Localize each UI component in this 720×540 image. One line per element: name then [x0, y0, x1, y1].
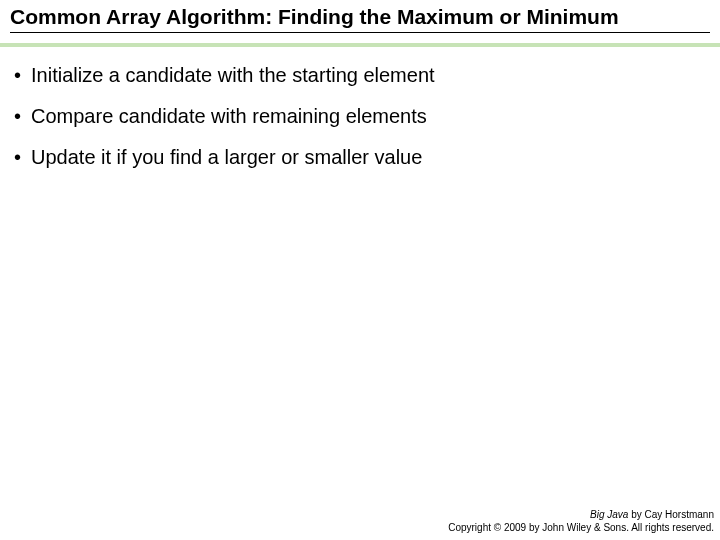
title-underline-wrap	[0, 32, 720, 33]
list-item: • Initialize a candidate with the starti…	[14, 63, 706, 88]
list-item: • Compare candidate with remaining eleme…	[14, 104, 706, 129]
bullet-icon: •	[14, 145, 21, 169]
slide: Common Array Algorithm: Finding the Maxi…	[0, 0, 720, 540]
content-area: • Initialize a candidate with the starti…	[0, 47, 720, 170]
bullet-text: Compare candidate with remaining element…	[31, 104, 427, 129]
title-block: Common Array Algorithm: Finding the Maxi…	[0, 0, 720, 30]
footer-byline: by Cay Horstmann	[628, 509, 714, 520]
list-item: • Update it if you find a larger or smal…	[14, 145, 706, 170]
bullet-text: Update it if you find a larger or smalle…	[31, 145, 422, 170]
footer-line-1: Big Java by Cay Horstmann	[448, 508, 714, 521]
title-underline	[10, 32, 710, 33]
bullet-icon: •	[14, 104, 21, 128]
bullet-icon: •	[14, 63, 21, 87]
slide-title: Common Array Algorithm: Finding the Maxi…	[10, 4, 710, 30]
footer-book-title: Big Java	[590, 509, 628, 520]
bullet-text: Initialize a candidate with the starting…	[31, 63, 435, 88]
footer-copyright: Copyright © 2009 by John Wiley & Sons. A…	[448, 521, 714, 534]
footer: Big Java by Cay Horstmann Copyright © 20…	[448, 508, 714, 534]
